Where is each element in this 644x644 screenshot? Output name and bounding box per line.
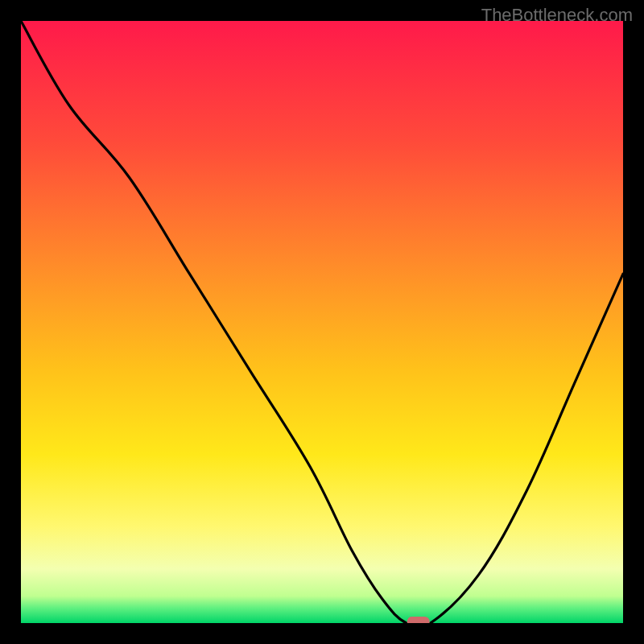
chart-frame bbox=[21, 21, 623, 623]
watermark-text: TheBottleneck.com bbox=[481, 5, 633, 26]
bottleneck-chart bbox=[21, 21, 623, 623]
gradient-background bbox=[21, 21, 623, 623]
optimal-marker bbox=[407, 617, 430, 623]
